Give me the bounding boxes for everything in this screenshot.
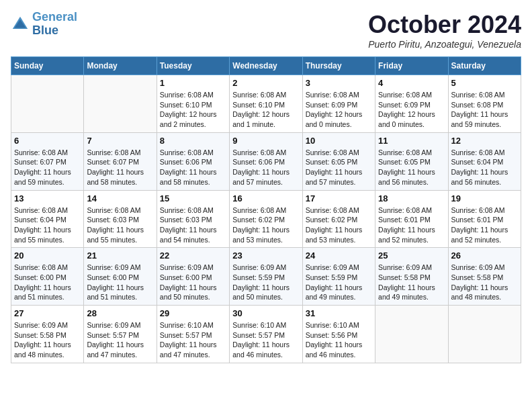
day-detail: Sunrise: 6:09 AM Sunset: 5:59 PM Dayligh… [306,263,372,302]
day-number: 1 [160,78,226,88]
day-number: 27 [14,308,81,318]
calendar-cell: 8Sunrise: 6:08 AM Sunset: 6:06 PM Daylig… [157,132,229,190]
calendar-cell: 14Sunrise: 6:08 AM Sunset: 6:03 PM Dayli… [84,190,157,248]
title-block: October 2024 Puerto Piritu, Anzoategui, … [368,11,521,50]
calendar-cell: 23Sunrise: 6:09 AM Sunset: 5:59 PM Dayli… [230,248,302,306]
calendar-cell [448,306,521,363]
calendar-cell: 31Sunrise: 6:10 AM Sunset: 5:56 PM Dayli… [302,306,375,363]
day-number: 16 [232,193,299,203]
day-number: 19 [451,193,518,203]
day-number: 28 [87,308,153,318]
day-detail: Sunrise: 6:08 AM Sunset: 6:08 PM Dayligh… [451,90,518,130]
calendar-week-row: 20Sunrise: 6:08 AM Sunset: 6:00 PM Dayli… [11,248,521,306]
calendar-cell: 4Sunrise: 6:08 AM Sunset: 6:09 PM Daylig… [375,75,448,133]
calendar-cell: 7Sunrise: 6:08 AM Sunset: 6:07 PM Daylig… [84,132,157,190]
day-number: 11 [378,136,445,146]
calendar-cell: 30Sunrise: 6:10 AM Sunset: 5:57 PM Dayli… [230,306,302,363]
calendar-cell: 11Sunrise: 6:08 AM Sunset: 6:05 PM Dayli… [375,132,448,190]
calendar-cell: 21Sunrise: 6:09 AM Sunset: 6:00 PM Dayli… [84,248,157,306]
calendar-cell: 26Sunrise: 6:09 AM Sunset: 5:58 PM Dayli… [448,248,521,306]
day-detail: Sunrise: 6:08 AM Sunset: 6:06 PM Dayligh… [160,148,226,187]
weekday-header-row: SundayMondayTuesdayWednesdayThursdayFrid… [11,57,521,75]
day-detail: Sunrise: 6:08 AM Sunset: 6:03 PM Dayligh… [160,205,226,245]
calendar-cell: 20Sunrise: 6:08 AM Sunset: 6:00 PM Dayli… [11,248,84,306]
day-number: 9 [232,136,299,146]
weekday-header: Sunday [11,57,84,75]
day-number: 20 [14,250,81,261]
calendar-cell: 2Sunrise: 6:08 AM Sunset: 6:10 PM Daylig… [230,75,302,133]
calendar-cell: 29Sunrise: 6:10 AM Sunset: 5:57 PM Dayli… [157,306,229,363]
day-number: 10 [306,136,372,146]
calendar-week-row: 6Sunrise: 6:08 AM Sunset: 6:07 PM Daylig… [11,132,521,190]
day-detail: Sunrise: 6:08 AM Sunset: 6:05 PM Dayligh… [306,148,372,187]
day-detail: Sunrise: 6:08 AM Sunset: 6:07 PM Dayligh… [87,148,153,187]
day-detail: Sunrise: 6:10 AM Sunset: 5:56 PM Dayligh… [306,320,372,360]
day-detail: Sunrise: 6:08 AM Sunset: 6:07 PM Dayligh… [14,148,81,187]
calendar-cell: 19Sunrise: 6:08 AM Sunset: 6:01 PM Dayli… [448,190,521,248]
logo-text: General Blue [32,11,77,38]
day-detail: Sunrise: 6:09 AM Sunset: 5:58 PM Dayligh… [378,263,445,302]
day-number: 30 [232,308,299,318]
weekday-header: Friday [375,57,448,75]
calendar-cell: 27Sunrise: 6:09 AM Sunset: 5:58 PM Dayli… [11,306,84,363]
weekday-header: Monday [84,57,157,75]
day-detail: Sunrise: 6:08 AM Sunset: 6:09 PM Dayligh… [378,90,445,130]
day-number: 15 [160,193,226,203]
calendar-cell: 25Sunrise: 6:09 AM Sunset: 5:58 PM Dayli… [375,248,448,306]
day-detail: Sunrise: 6:08 AM Sunset: 6:04 PM Dayligh… [451,148,518,187]
calendar-cell: 6Sunrise: 6:08 AM Sunset: 6:07 PM Daylig… [11,132,84,190]
day-number: 21 [87,250,153,261]
calendar-cell [375,306,448,363]
day-detail: Sunrise: 6:08 AM Sunset: 6:10 PM Dayligh… [232,90,299,130]
day-detail: Sunrise: 6:09 AM Sunset: 6:00 PM Dayligh… [160,263,226,302]
day-detail: Sunrise: 6:09 AM Sunset: 5:59 PM Dayligh… [232,263,299,302]
page-header: General Blue October 2024 Puerto Piritu,… [11,11,521,50]
calendar-cell: 24Sunrise: 6:09 AM Sunset: 5:59 PM Dayli… [302,248,375,306]
day-detail: Sunrise: 6:08 AM Sunset: 6:09 PM Dayligh… [306,90,372,130]
logo: General Blue [11,11,77,38]
day-detail: Sunrise: 6:08 AM Sunset: 6:10 PM Dayligh… [160,90,226,130]
day-number: 18 [378,193,445,203]
calendar-cell: 9Sunrise: 6:08 AM Sunset: 6:06 PM Daylig… [230,132,302,190]
day-number: 6 [14,136,81,146]
day-number: 23 [232,250,299,261]
day-detail: Sunrise: 6:08 AM Sunset: 6:02 PM Dayligh… [306,205,372,245]
day-detail: Sunrise: 6:09 AM Sunset: 5:58 PM Dayligh… [14,320,81,360]
day-detail: Sunrise: 6:09 AM Sunset: 5:57 PM Dayligh… [87,320,153,360]
calendar-cell: 10Sunrise: 6:08 AM Sunset: 6:05 PM Dayli… [302,132,375,190]
day-detail: Sunrise: 6:08 AM Sunset: 6:05 PM Dayligh… [378,148,445,187]
calendar-cell: 22Sunrise: 6:09 AM Sunset: 6:00 PM Dayli… [157,248,229,306]
day-detail: Sunrise: 6:08 AM Sunset: 6:00 PM Dayligh… [14,263,81,302]
day-number: 7 [87,136,153,146]
day-detail: Sunrise: 6:10 AM Sunset: 5:57 PM Dayligh… [160,320,226,360]
calendar-cell: 16Sunrise: 6:08 AM Sunset: 6:02 PM Dayli… [230,190,302,248]
calendar-cell: 12Sunrise: 6:08 AM Sunset: 6:04 PM Dayli… [448,132,521,190]
weekday-header: Thursday [302,57,375,75]
calendar-week-row: 13Sunrise: 6:08 AM Sunset: 6:04 PM Dayli… [11,190,521,248]
calendar-cell: 5Sunrise: 6:08 AM Sunset: 6:08 PM Daylig… [448,75,521,133]
calendar-table: SundayMondayTuesdayWednesdayThursdayFrid… [11,56,521,363]
day-detail: Sunrise: 6:09 AM Sunset: 6:00 PM Dayligh… [87,263,153,302]
calendar-cell: 3Sunrise: 6:08 AM Sunset: 6:09 PM Daylig… [302,75,375,133]
day-detail: Sunrise: 6:08 AM Sunset: 6:02 PM Dayligh… [232,205,299,245]
day-detail: Sunrise: 6:08 AM Sunset: 6:03 PM Dayligh… [87,205,153,245]
day-detail: Sunrise: 6:08 AM Sunset: 6:01 PM Dayligh… [378,205,445,245]
weekday-header: Saturday [448,57,521,75]
weekday-header: Tuesday [157,57,229,75]
day-number: 17 [306,193,372,203]
day-number: 5 [451,78,518,88]
day-number: 24 [306,250,372,261]
day-number: 3 [306,78,372,88]
calendar-cell: 15Sunrise: 6:08 AM Sunset: 6:03 PM Dayli… [157,190,229,248]
day-number: 13 [14,193,81,203]
weekday-header: Wednesday [230,57,302,75]
location: Puerto Piritu, Anzoategui, Venezuela [368,39,521,50]
day-number: 14 [87,193,153,203]
day-detail: Sunrise: 6:08 AM Sunset: 6:04 PM Dayligh… [14,205,81,245]
day-number: 12 [451,136,518,146]
calendar-week-row: 27Sunrise: 6:09 AM Sunset: 5:58 PM Dayli… [11,306,521,363]
month-title: October 2024 [368,11,521,39]
day-number: 29 [160,308,226,318]
logo-icon [11,15,30,34]
day-number: 4 [378,78,445,88]
